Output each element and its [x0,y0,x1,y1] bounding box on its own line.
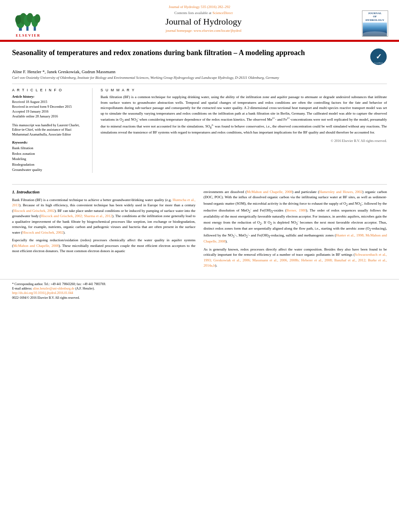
ref-hunter[interactable]: Hunter et al., 1998; McMahon and Chapell… [204,233,387,243]
doi-line: http://dx.doi.org/10.1016/j.jhydrol.2016… [12,291,387,295]
doi-link[interactable]: http://dx.doi.org/10.1016/j.jhydrol.2016… [12,291,73,295]
keywords-label: Keywords: [12,140,87,144]
article-info-col: A R T I C L E I N F O Article history: R… [12,88,93,173]
elsevier-logo: ELSEVIER [8,10,48,37]
keyword-modeling: Modeling [12,156,87,162]
revised-date: Received in revised form 9 December 2015 [12,105,87,109]
email-link[interactable]: aline.henzler@uni-oldenburg.de [33,287,74,290]
elsevier-tree-icon [14,10,42,33]
crossmark-icon: ✓ CrossMark [370,48,387,65]
svg-text:✓: ✓ [376,53,382,61]
svg-point-3 [15,15,21,24]
summary-text: Bank filtration (BF) is a common techniq… [101,94,387,136]
intro-para-1: Bank Filtration (BF) is a conventional t… [12,197,195,236]
history-label: Article history: [12,94,87,99]
article-info-heading: A R T I C L E I N F O [12,88,87,92]
journal-center: Contents lists available at ScienceDirec… [48,10,359,33]
email-line: E-mail address: aline.henzler@uni-oldenb… [12,286,387,291]
journal-title: Journal of Hydrology [52,16,355,27]
editor-note: This manuscript was handled by Laurent C… [12,123,87,138]
journal-homepage: journal homepage: www.elsevier.com/locat… [52,29,355,33]
intro-right-col: environments are dissolved (McMahon and … [204,189,387,271]
svg-rect-7 [34,27,36,31]
ref-hiscock-2[interactable]: Hiscock and Grischek, 2002 [22,230,63,234]
keyword-groundwater: Groundwater quality [12,167,87,173]
affiliation: Carl von Ossietzky University of Oldenbu… [12,76,387,80]
issn-line: 0022-1694/© 2016 Elsevier B.V. All right… [12,296,387,300]
journal-logo-right: JOURNALOFHYDROLOGY [359,10,391,37]
body-separator [12,184,387,185]
intro-section-title: 1. Introduction [12,189,195,194]
copyright: © 2016 Elsevier B.V. All rights reserved… [101,139,387,143]
article-title-section: Seasonality of temperatures and redox zo… [12,48,387,66]
sciencedirect-link[interactable]: ScienceDirect [212,11,232,15]
intro-para-4: As is generally known, redox processes d… [204,247,387,269]
ref-mcmahon-2[interactable]: McMahon and Chapelle, 2008 [247,190,292,194]
authors: Aline F. Henzler *, Janek Greskowiak, Gu… [12,69,387,74]
svg-point-9 [35,14,41,23]
body-two-col: 1. Introduction Bank Filtration (BF) is … [12,189,387,271]
intro-para-2: Especially the ongoing reduction/oxidati… [12,238,195,254]
ref-hamersley[interactable]: Hamersley and Howes, 2002 [319,190,362,194]
corresponding-author: * Corresponding author. Tel.: +49 441 79… [12,282,387,286]
sciencedirect-line: Contents lists available at ScienceDirec… [52,10,355,15]
summary-paragraph-1: Bank filtration (BF) is a common techniq… [101,94,387,136]
intro-left-col: 1. Introduction Bank Filtration (BF) is … [12,189,195,271]
article-info-summary: A R T I C L E I N F O Article history: R… [12,84,387,173]
journal-header: Journal of Hydrology 535 (2016) 282–292 … [0,0,399,41]
ref-huntscha[interactable]: Huntscha et al., 2013 [12,198,195,207]
keywords-section: Keywords: Bank filtration Redox zonation… [12,140,87,173]
summary-heading: S U M M A R Y [101,88,387,92]
ref-hiscock-1[interactable]: Hiscock and Grischek, 2002 [13,209,54,213]
article-history: Article history: Received 18 August 2015… [12,94,87,119]
journal-logo-box: JOURNALOFHYDROLOGY [362,10,388,37]
page: Journal of Hydrology 535 (2016) 282–292 … [0,0,399,532]
accepted-date: Accepted 19 January 2016 [12,109,87,114]
article-content: Seasonality of temperatures and redox zo… [0,42,399,179]
summary-col: S U M M A R Y Bank filtration (BF) is a … [101,88,387,173]
ref-mcmahon-1[interactable]: McMahon and Chapelle, 2008 [13,244,59,248]
ref-schwarzenbach[interactable]: Schwarzenbach et al., 1993; Greskowiak e… [204,253,387,267]
elsevier-text: ELSEVIER [16,33,41,37]
homepage-url[interactable]: www.elsevier.com/locate/jhydrol [193,29,241,33]
keyword-bank-filtration: Bank filtration [12,146,87,151]
keyword-redox: Redox zonation [12,151,87,157]
ref-berner[interactable]: Berner, 1980 [286,208,306,212]
received-date: Received 18 August 2015 [12,100,87,105]
available-date: Available online 28 January 2016 [12,114,87,119]
journal-citation: Journal of Hydrology 535 (2016) 282–292 [8,3,391,10]
footnote-section: * Corresponding author. Tel.: +49 441 79… [0,279,399,302]
body-content: 1. Introduction Bank Filtration (BF) is … [0,189,399,279]
crossmark-badge[interactable]: ✓ CrossMark [370,48,387,66]
intro-para-3: environments are dissolved (McMahon and … [204,189,387,244]
keyword-biodegradation: Biodegradation [12,162,87,168]
svg-text:CrossMark: CrossMark [374,62,383,64]
ref-hiscock-sharma[interactable]: Hiscock and Grischek, 2002; Sharma et al… [41,214,112,218]
article-title: Seasonality of temperatures and redox zo… [12,48,305,58]
